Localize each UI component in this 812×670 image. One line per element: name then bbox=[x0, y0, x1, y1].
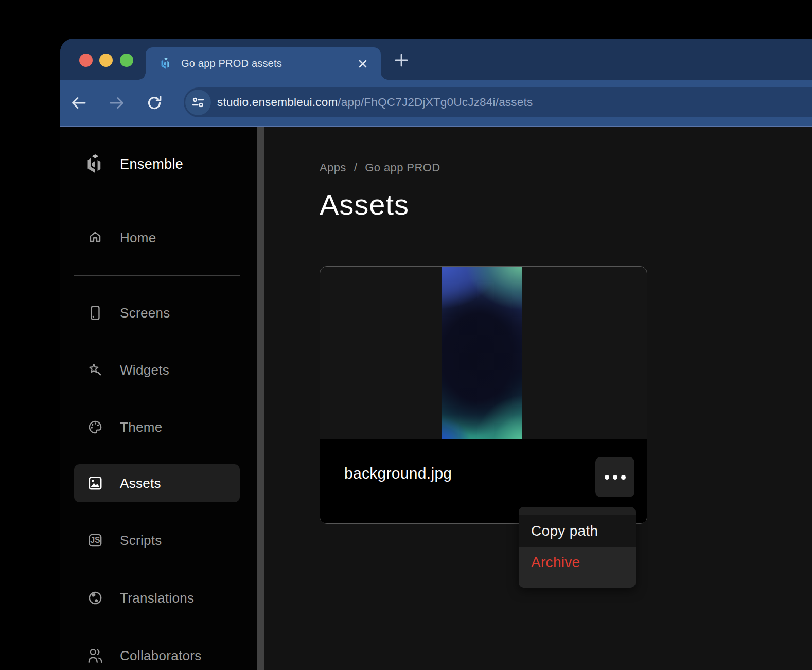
sidebar-item-theme[interactable]: Theme bbox=[74, 408, 240, 446]
window-zoom-button[interactable] bbox=[120, 54, 133, 67]
url-domain: studio.ensembleui.com bbox=[217, 96, 338, 109]
collaborators-icon bbox=[84, 644, 107, 667]
browser-toolbar: studio.ensembleui.com/app/FhQC7J2DjXTg0U… bbox=[60, 80, 812, 127]
browser-tab[interactable]: Go app PROD assets bbox=[146, 47, 381, 80]
ensemble-logo-icon bbox=[84, 153, 107, 175]
back-icon[interactable] bbox=[70, 94, 87, 112]
sidebar-item-label: Scripts bbox=[120, 533, 162, 549]
tab-title: Go app PROD assets bbox=[181, 58, 282, 69]
close-tab-icon[interactable] bbox=[356, 57, 369, 70]
new-tab-button[interactable] bbox=[394, 52, 409, 68]
sidebar-item-label: Widgets bbox=[120, 362, 169, 378]
sidebar-item-collaborators[interactable]: Collaborators bbox=[74, 637, 240, 670]
sidebar-item-widgets[interactable]: Widgets bbox=[74, 351, 240, 389]
home-icon bbox=[84, 226, 107, 249]
dot bbox=[621, 475, 626, 480]
sidebar-item-screens[interactable]: Screens bbox=[74, 294, 240, 332]
sidebar-item-label: Translations bbox=[120, 590, 194, 606]
site-settings-icon[interactable] bbox=[185, 90, 211, 115]
more-menu-icon[interactable] bbox=[595, 457, 634, 497]
context-menu-padding bbox=[519, 507, 636, 515]
dot bbox=[605, 475, 609, 480]
sidebar-item-label: Screens bbox=[120, 305, 170, 321]
sidebar-item-translations[interactable]: Translations bbox=[74, 579, 240, 617]
screen: Go app PROD assets bbox=[0, 0, 812, 670]
reload-icon[interactable] bbox=[146, 94, 163, 112]
url-path: /app/FhQC7J2DjXTg0UcJz84i/assets bbox=[338, 96, 533, 109]
sidebar-item-label: Assets bbox=[120, 475, 161, 491]
asset-context-menu: Copy path Archive bbox=[519, 507, 636, 588]
widgets-icon bbox=[84, 359, 107, 381]
translations-icon bbox=[84, 587, 107, 609]
screens-icon bbox=[84, 302, 107, 324]
sidebar-item-assets[interactable]: Assets bbox=[74, 464, 240, 502]
asset-filename: background.jpg bbox=[344, 465, 452, 482]
menu-item-archive[interactable]: Archive bbox=[519, 547, 636, 588]
ensemble-favicon-icon bbox=[159, 57, 173, 70]
asset-thumbnail bbox=[442, 267, 522, 440]
sidebar-item-home[interactable]: Home bbox=[74, 219, 240, 257]
dot bbox=[613, 475, 617, 480]
sidebar-scrollbar[interactable] bbox=[257, 127, 264, 670]
sidebar-divider bbox=[74, 275, 240, 276]
brand-row[interactable]: Ensemble bbox=[74, 145, 240, 183]
url-bar[interactable]: studio.ensembleui.com/app/FhQC7J2DjXTg0U… bbox=[184, 87, 812, 117]
breadcrumb-apps[interactable]: Apps bbox=[320, 161, 346, 174]
menu-item-copy-path[interactable]: Copy path bbox=[519, 515, 636, 547]
sidebar-item-label: Collaborators bbox=[120, 648, 202, 664]
sidebar-item-label: Theme bbox=[120, 419, 162, 435]
brand-name: Ensemble bbox=[120, 156, 183, 172]
tab-strip: Go app PROD assets bbox=[60, 39, 812, 80]
browser-window: Go app PROD assets bbox=[60, 39, 812, 670]
sidebar: Ensemble Home Screens bbox=[60, 127, 257, 670]
assets-icon bbox=[84, 472, 107, 495]
scripts-icon: JS bbox=[84, 529, 107, 552]
asset-card[interactable]: background.jpg bbox=[320, 266, 647, 524]
svg-text:JS: JS bbox=[90, 536, 100, 544]
page-title: Assets bbox=[320, 188, 812, 221]
breadcrumb-separator: / bbox=[354, 161, 358, 174]
main-pane: Apps / Go app PROD Assets background.jpg bbox=[264, 127, 812, 670]
forward-icon[interactable] bbox=[108, 94, 126, 112]
sidebar-item-label: Home bbox=[120, 230, 156, 246]
window-minimize-button[interactable] bbox=[99, 54, 113, 67]
breadcrumb: Apps / Go app PROD bbox=[320, 161, 812, 174]
url-text[interactable]: studio.ensembleui.com/app/FhQC7J2DjXTg0U… bbox=[217, 96, 533, 109]
window-close-button[interactable] bbox=[79, 54, 93, 67]
theme-icon bbox=[84, 416, 107, 438]
app-content: Ensemble Home Screens bbox=[60, 127, 812, 670]
sidebar-item-scripts[interactable]: JS Scripts bbox=[74, 521, 240, 559]
breadcrumb-app-name[interactable]: Go app PROD bbox=[365, 161, 440, 174]
